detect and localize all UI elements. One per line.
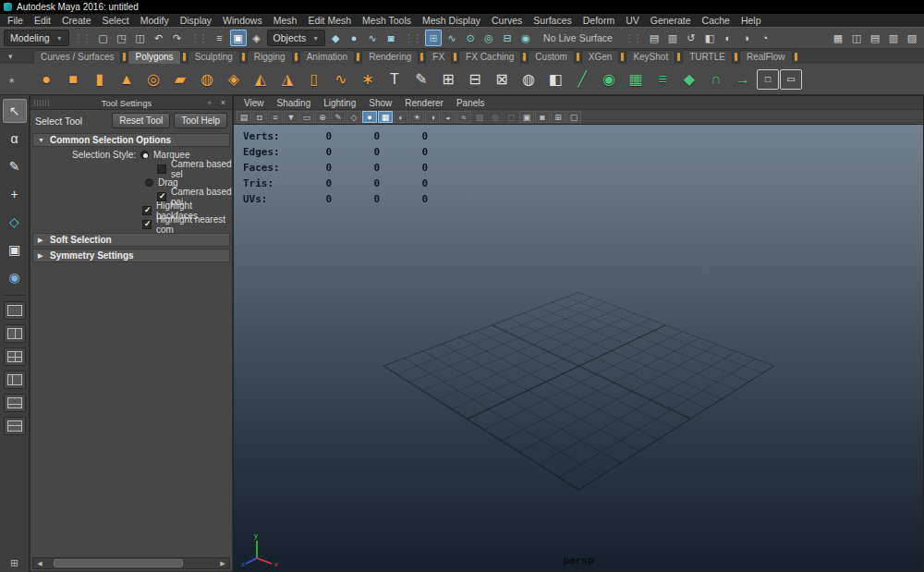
humanik-toggle-icon[interactable]: ◫ <box>848 30 865 46</box>
camera-based-sel-checkbox[interactable] <box>157 164 166 174</box>
menu-item[interactable]: Cache <box>697 15 736 26</box>
smooth-mesh-button[interactable]: ◍ <box>516 67 541 92</box>
make-live-icon[interactable]: ◉ <box>517 30 534 46</box>
field-chart-icon[interactable]: ⊞ <box>551 111 565 123</box>
title-bar[interactable]: Autodesk Maya 2016: untitled <box>0 0 924 14</box>
poly-disc-button[interactable]: ◍ <box>194 67 220 92</box>
motion-blur-icon[interactable]: ≈ <box>456 111 471 123</box>
viewport-menu-item[interactable]: View <box>237 98 271 108</box>
tool-settings-header[interactable]: Tool Settings ▫ × <box>30 96 232 110</box>
shelf-editor-icon[interactable]: ∗ <box>8 76 16 85</box>
move-tool[interactable]: + <box>3 182 27 206</box>
render-settings-icon[interactable]: ◔ <box>757 30 773 46</box>
layout-four-pane-button[interactable] <box>4 347 26 366</box>
menu-item[interactable]: Windows <box>217 15 268 26</box>
panel-grip-icon[interactable] <box>34 100 49 106</box>
menu-item[interactable]: Generate <box>645 15 697 26</box>
shelf-tabs-menu-icon[interactable]: ▾ <box>8 52 13 61</box>
output-connections-icon[interactable]: ▥ <box>664 30 681 46</box>
shelf-tab[interactable]: XGen <box>581 50 620 64</box>
menu-item[interactable]: Create <box>56 15 97 26</box>
use-default-material-icon[interactable]: ◐ <box>394 111 408 123</box>
insert-edge-loop-button[interactable]: ≡ <box>650 67 675 92</box>
poly-pyramid-button[interactable]: ◭ <box>248 67 274 92</box>
textured-icon[interactable]: ▦ <box>378 111 393 123</box>
gate-mask-icon[interactable]: ◙ <box>535 111 550 123</box>
modeling-toolkit-toggle-icon[interactable]: ▦ <box>830 30 846 46</box>
menu-set-selector[interactable]: Modeling ▼ <box>4 30 69 46</box>
menu-item[interactable]: Help <box>736 15 767 26</box>
toolbar-grip-icon[interactable]: ⋮⋮ <box>188 32 210 44</box>
viewport-menu-item[interactable]: Panels <box>450 98 492 108</box>
close-panel-icon[interactable]: × <box>218 98 228 107</box>
select-hierarchy-icon[interactable]: ≡ <box>212 30 228 46</box>
viewport-menu-item[interactable]: Lighting <box>317 98 362 108</box>
viewport-menu-item[interactable]: Shading <box>271 98 318 108</box>
scroll-right-icon[interactable]: ▶ <box>216 560 229 567</box>
undo-icon[interactable]: ↶ <box>151 30 167 46</box>
menu-item[interactable]: Mesh Display <box>417 15 486 26</box>
reset-tool-button[interactable]: Reset Tool <box>112 113 170 128</box>
pan-zoom-2d-icon[interactable]: ⊕ <box>315 111 330 123</box>
bookmarks-icon[interactable]: ▼ <box>284 111 298 123</box>
shelf-tab[interactable]: Rigging <box>247 50 293 64</box>
menu-item[interactable]: File <box>2 15 29 26</box>
multi-cut-button[interactable]: ╱ <box>569 67 595 92</box>
poly-cylinder-button[interactable]: ▮ <box>87 67 113 92</box>
marquee-radio[interactable] <box>140 151 149 159</box>
screen-space-ao-icon[interactable]: ◒ <box>441 111 456 123</box>
shelf-tab[interactable]: Polygons <box>128 50 180 64</box>
channel-box-toggle-icon[interactable]: ▨ <box>904 30 920 46</box>
new-scene-icon[interactable]: ▢ <box>95 30 112 46</box>
menu-item[interactable]: Surfaces <box>528 15 577 26</box>
highlight-nearest-checkbox[interactable] <box>142 220 152 229</box>
select-tool[interactable]: ↖ <box>3 99 27 123</box>
highlight-backfaces-checkbox[interactable] <box>142 206 152 215</box>
menu-item[interactable]: Modify <box>135 15 175 26</box>
bevel-button[interactable]: ◆ <box>676 67 702 92</box>
multisample-icon[interactable]: ▨ <box>472 111 487 123</box>
tool-settings-toggle-icon[interactable]: ▥ <box>885 30 902 46</box>
menu-item[interactable]: UV <box>620 15 645 26</box>
construction-history-icon[interactable]: ↺ <box>683 30 699 46</box>
mask-handles-icon[interactable]: ◆ <box>327 30 344 46</box>
mask-surfaces-icon[interactable]: ◙ <box>383 30 399 46</box>
poly-prism-button[interactable]: ◮ <box>274 67 300 92</box>
layout-persp-outliner-button[interactable] <box>4 371 26 389</box>
snap-to-grid-icon[interactable]: ⊞ <box>425 30 442 46</box>
image-plane-icon[interactable]: ▭ <box>299 111 314 123</box>
select-component-icon[interactable]: ◈ <box>249 30 265 46</box>
pin-panel-icon[interactable]: ▫ <box>204 98 214 107</box>
poly-cube-button[interactable]: ■ <box>60 67 86 92</box>
viewport-canvas[interactable]: Verts: 0 0 0 Edges: 0 0 0 Faces: 0 0 0 <box>234 125 923 571</box>
layout-hypershade-persp-button[interactable] <box>4 417 26 435</box>
separate-button[interactable]: ⊟ <box>462 67 488 92</box>
attribute-editor-toggle-icon[interactable]: ▤ <box>867 30 883 46</box>
create-type-button[interactable]: T <box>382 67 407 92</box>
camera-based-paint-checkbox[interactable] <box>157 192 166 201</box>
quad-draw-button[interactable]: ▦ <box>623 67 649 92</box>
boolean-button[interactable]: ⊠ <box>489 67 515 92</box>
lasso-select-tool[interactable]: α <box>3 127 27 151</box>
scrollbar-thumb[interactable] <box>54 559 183 567</box>
poly-sphere-button[interactable]: ● <box>33 67 59 92</box>
ipr-render-icon[interactable]: ◑ <box>738 30 755 46</box>
horizontal-scrollbar[interactable]: ◀ ▶ <box>32 557 230 569</box>
shelf-tab[interactable]: Curves / Surfaces <box>33 50 121 64</box>
poly-platonic-button[interactable]: ◈ <box>221 67 247 92</box>
menu-item[interactable]: Mesh <box>268 15 303 26</box>
section-symmetry-settings[interactable]: ▶ Symmetry Settings <box>32 249 230 262</box>
grid-snap-icon[interactable]: ⊞ <box>0 557 29 569</box>
snap-to-point-icon[interactable]: ⊙ <box>462 30 479 46</box>
toolbar-grip-icon[interactable]: ⋮⋮ <box>401 32 423 44</box>
tool-help-button[interactable]: Tool Help <box>174 113 227 128</box>
menu-item[interactable]: Deform <box>578 15 620 26</box>
snap-to-projected-center-icon[interactable]: ◎ <box>480 30 497 46</box>
shadows-icon[interactable]: ◑ <box>425 111 440 123</box>
sculpt-tool-button[interactable]: ✎ <box>408 67 434 92</box>
poly-torus-button[interactable]: ◎ <box>140 67 166 92</box>
snap-to-view-plane-icon[interactable]: ⊟ <box>499 30 516 46</box>
mask-curves-icon[interactable]: ∿ <box>364 30 381 46</box>
section-soft-selection[interactable]: ▶ Soft Selection <box>32 233 230 247</box>
render-current-frame-icon[interactable]: ◐ <box>720 30 736 46</box>
